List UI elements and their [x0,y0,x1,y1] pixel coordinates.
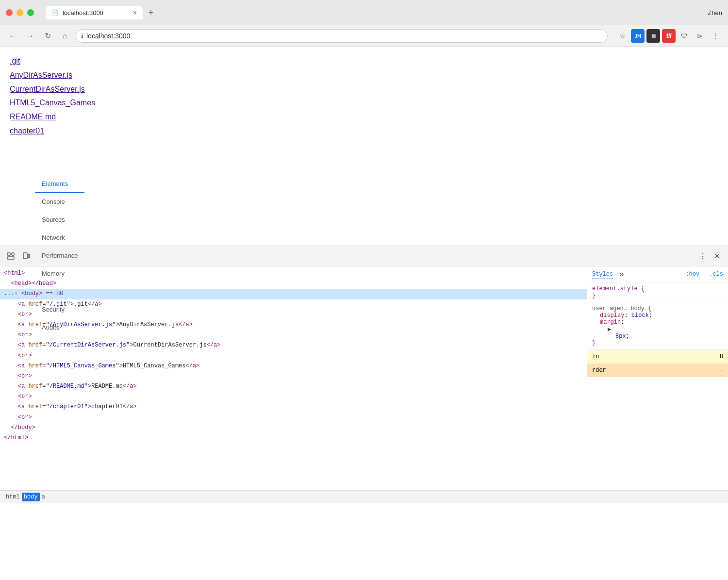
breadcrumb-item-body[interactable]: body [22,493,40,501]
styles-useragent-footer: } [592,340,723,347]
zhe-extension-button[interactable]: 折 [662,29,676,43]
svg-rect-0 [7,253,10,255]
color-box-orange-left: rder [592,367,606,374]
tab-title: localhost:3000 [63,9,103,17]
svg-rect-2 [12,253,14,255]
devtools-tab-elements[interactable]: Elements [35,175,84,193]
elements-line[interactable]: <a href="/chapter01">chapter01</a> [0,402,587,412]
elements-line[interactable]: <head></head> [0,279,587,289]
forward-button[interactable]: → [23,29,37,43]
breadcrumb-items: htmlbodya [4,494,47,500]
color-box-yellow-left: in [592,353,599,360]
elements-line[interactable]: </html> [0,433,587,443]
breadcrumb-item-html[interactable]: html [4,493,22,501]
styles-property-margin-arrow: ▶ [592,326,723,333]
color-box-orange-right: - [720,367,723,374]
styles-more-button[interactable]: » [619,269,624,279]
home-button[interactable]: ⌂ [58,29,72,43]
hov-button[interactable]: :hov [685,271,699,278]
elements-line[interactable]: <a href="/HTML5_Canvas_Games">HTML5_Canv… [0,361,587,371]
styles-useragent-header: user agen… body { [592,305,723,312]
color-box-orange: rder - [587,364,728,377]
new-tab-button[interactable]: + [143,6,159,19]
elements-line[interactable]: <br> [0,310,587,320]
prop-value-display: block; [631,312,652,319]
styles-property-8px: 8px; [592,333,723,340]
devtools-tab-performance[interactable]: Performance [35,247,84,265]
traffic-light-red[interactable] [6,9,13,16]
styles-section-element: element.style { } [587,282,728,302]
devtools-device-button[interactable] [19,249,33,263]
qr-extension-button[interactable]: ▦ [646,29,660,43]
tab-favicon: 📄 [51,9,59,16]
elements-line[interactable]: <a href="/README.md">README.md</a> [0,381,587,392]
traffic-light-green[interactable] [27,9,34,16]
elements-panel: <html> <head></head>...▾ <body> == $0 <a… [0,266,587,490]
page-link[interactable]: AnyDirAsServer.js [10,68,718,83]
styles-rule-footer: } [592,292,723,299]
tab-close-button[interactable]: × [133,9,137,17]
bookmark-button[interactable]: ☆ [615,29,629,43]
elements-line[interactable]: <br> [0,371,587,381]
prop-value-8px: 8px; [615,333,629,340]
elements-line[interactable]: <br> [0,330,587,340]
color-box-yellow: in 8 [587,350,728,364]
styles-property-display: display: block; [592,312,723,319]
page-content: .gitAnyDirAsServer.jsCurrentDirAsServer.… [0,47,728,246]
styles-panel: Styles » :hov .cls element.style { } use… [587,266,728,490]
page-link[interactable]: chapter01 [10,124,718,138]
styles-property-margin: margin: [592,319,723,326]
url-text: localhost:3000 [86,32,130,40]
devtools-close-button[interactable]: ✕ [710,249,724,263]
svg-rect-1 [7,257,14,259]
margin-arrow[interactable]: ▶ [608,326,611,333]
breadcrumb-item-a[interactable]: a [40,493,47,501]
shield-button[interactable]: 🛡 [678,29,691,43]
devtools-more-button[interactable]: ⋮ [695,249,710,263]
browser-tab-active[interactable]: 📄 localhost:3000 × [46,6,143,19]
more-button[interactable]: ⋮ [709,29,722,43]
elements-line[interactable]: </body> [0,423,587,433]
browser-toolbar: ← → ↻ ⌂ ℹ localhost:3000 ☆ JH ▦ 折 🛡 ⊳ ⋮ [0,25,728,47]
styles-panel-header: Styles » :hov .cls [587,266,728,282]
traffic-lights [6,9,34,16]
jh-extension-button[interactable]: JH [631,29,645,43]
devtools-main: <html> <head></head>...▾ <body> == $0 <a… [0,266,728,490]
page-link[interactable]: README.md [10,110,718,124]
styles-tab[interactable]: Styles [592,270,613,279]
devtools-tab-console[interactable]: Console [35,193,84,211]
svg-rect-3 [23,253,27,259]
cast-button[interactable]: ⊳ [693,29,707,43]
back-button[interactable]: ← [6,29,19,43]
cls-button[interactable]: .cls [709,271,723,278]
elements-line[interactable]: <a href="/.git">.git</a> [0,299,587,310]
lock-icon: ℹ [81,33,83,39]
traffic-light-yellow[interactable] [17,9,23,16]
page-link[interactable]: HTML5_Canvas_Games [10,96,718,110]
page-link[interactable]: .git [10,54,718,68]
prop-name-display: display [600,312,624,319]
elements-line[interactable]: <a href="/CurrentDirAsServer.js">Current… [0,340,587,350]
elements-line[interactable]: <br> [0,351,587,361]
address-bar[interactable]: ℹ localhost:3000 [76,29,608,43]
elements-tree: <html> <head></head>...▾ <body> == $0 <a… [0,268,587,443]
devtools-panel: ElementsConsoleSourcesNetworkPerformance… [0,246,728,503]
elements-line[interactable]: <html> [0,268,587,279]
color-box-yellow-right: 8 [720,353,723,360]
breadcrumb-bar: htmlbodya [0,490,728,503]
page-links: .gitAnyDirAsServer.jsCurrentDirAsServer.… [10,54,718,138]
elements-line[interactable]: <br> [0,413,587,423]
devtools-tab-network[interactable]: Network [35,229,84,247]
page-link[interactable]: CurrentDirAsServer.js [10,83,718,97]
elements-line[interactable]: <a href="/AnyDirAsServer.js">AnyDirAsSer… [0,320,587,330]
styles-section-useragent: user agen… body { display: block; margin… [587,302,728,350]
svg-rect-4 [28,254,30,258]
elements-line[interactable]: <br> [0,392,587,402]
elements-line[interactable]: ...▾ <body> == $0 [0,289,587,299]
devtools-inspect-button[interactable] [4,249,17,263]
user-name: Zhen [708,9,722,17]
devtools-tab-bar: ElementsConsoleSourcesNetworkPerformance… [0,246,728,266]
tab-bar: 📄 localhost:3000 × + [46,6,704,19]
devtools-tab-sources[interactable]: Sources [35,211,84,229]
reload-button[interactable]: ↻ [41,29,54,43]
